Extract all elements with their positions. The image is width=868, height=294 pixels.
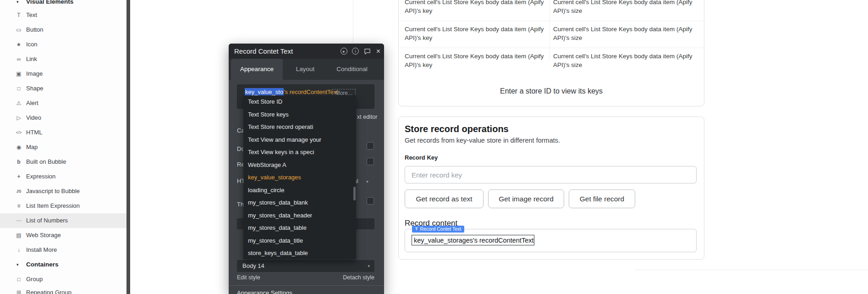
record-key-input[interactable] (405, 166, 697, 183)
card-subtitle[interactable]: Get records from key-value store in diff… (405, 137, 560, 144)
info-icon[interactable]: i (352, 47, 359, 55)
card-title[interactable]: Store record operations (405, 124, 509, 134)
autocomplete-item[interactable]: my_stores_data_header (243, 209, 356, 222)
get-file-record-button[interactable]: Get file record (569, 189, 635, 208)
sidebar-item-map[interactable]: ◉ Map (0, 140, 126, 155)
sidebar-item-built-on-bubble[interactable]: b Built on Bubble (0, 155, 126, 169)
selected-text-content: key_value_storages's recordContentText (414, 237, 534, 244)
edit-style-link[interactable]: Edit style (237, 274, 260, 281)
sidebar-scrollbar[interactable] (126, 0, 130, 294)
map-icon: ◉ (14, 140, 24, 155)
page-boundary-horizontal (635, 270, 868, 270)
element-palette-sidebar: ▾ Visual Elements T Text ▭ Button ★ Icon… (0, 0, 130, 294)
autocomplete-item[interactable]: Text Store ID (243, 95, 356, 108)
autocomplete-item-highlighted[interactable]: key_value_storages (243, 171, 356, 184)
grid-cell-key[interactable]: Current cell's List Store Keys body data… (405, 25, 549, 42)
autocomplete-item[interactable]: store_keys_data_table (243, 247, 356, 259)
bubble-editor: Current cell's List Store Keys body data… (0, 0, 868, 294)
repeating-group-icon: ⊞ (14, 285, 24, 294)
sidebar-item-button[interactable]: ▭ Button (0, 22, 126, 37)
list-item-expression-icon: ≡ (14, 199, 24, 213)
sidebar-item-icon[interactable]: ★ Icon (0, 37, 126, 52)
empty-state-message[interactable]: Enter a store ID to view its keys (398, 87, 704, 95)
sidebar-item-repeating-group[interactable]: ⊞ Repeating Group (0, 285, 126, 294)
property-checkbox[interactable] (367, 142, 374, 150)
property-editor-header[interactable]: Record Contet Text ▸ i × (229, 44, 384, 59)
video-icon: ▷ (14, 111, 24, 125)
sidebar-item-install-more[interactable]: ↓ Install More (0, 243, 126, 257)
style-select[interactable]: Body 14 ▾ (237, 260, 374, 272)
selected-element-tag[interactable]: T Record Contet Text (412, 226, 464, 233)
sidebar-item-list-item-expression[interactable]: ≡ List Item Expression (0, 199, 126, 213)
shape-icon: □ (14, 81, 24, 96)
grid-cell-key[interactable]: Current cell's List Store Keys body data… (405, 52, 549, 69)
sidebar-item-web-storage[interactable]: ▤ Web Storage (0, 228, 126, 243)
expression-selected-token: key_value_sto (245, 88, 284, 96)
property-editor-title: Record Contet Text (234, 44, 293, 59)
sidebar-item-html[interactable]: </> HTML (0, 125, 126, 140)
sidebar-item-group[interactable]: □ Group (0, 272, 126, 287)
chevron-down-icon: ▾ (366, 179, 368, 184)
grid-row-divider (399, 48, 703, 48)
section-containers[interactable]: ▾ Containers (0, 257, 126, 272)
autocomplete-item[interactable]: WebStorage A (243, 159, 356, 172)
record-key-label: Record Key (405, 154, 438, 161)
page-boundary-vertical (353, 0, 353, 44)
built-on-bubble-icon: b (14, 155, 24, 169)
property-checkbox[interactable] (367, 158, 374, 165)
expression-icon: + (14, 169, 24, 184)
selected-text-element[interactable]: key_value_storages's recordContentText (412, 235, 534, 245)
html-icon: </> (14, 125, 24, 140)
expression-text: key_value_sto's recordContentText (245, 89, 338, 95)
autocomplete-item[interactable]: Text View and manage your (243, 133, 356, 146)
sidebar-item-alert[interactable]: ⚠ Alert (0, 96, 126, 111)
chevron-down-icon: ▾ (368, 260, 370, 272)
link-icon: ∞ (14, 52, 24, 67)
property-editor-tabbar: Appearance Layout Conditional (229, 59, 384, 80)
autocomplete-item[interactable]: my_stores_data_table (243, 222, 356, 234)
sidebar-item-text[interactable]: T Text (0, 8, 126, 22)
tab-layout[interactable]: Layout (291, 59, 319, 80)
divider (229, 285, 384, 286)
expression-dynamic-token: 's recordContentText (284, 89, 338, 95)
property-checkbox[interactable] (367, 197, 374, 205)
advanced-text-editor-link[interactable]: xt editor (357, 114, 377, 120)
preview-play-icon[interactable]: ▸ (340, 47, 348, 55)
autocomplete-item[interactable]: my_stores_data_title (243, 234, 356, 247)
sidebar-item-expression[interactable]: + Expression (0, 169, 126, 184)
autocomplete-item[interactable]: loading_circle (243, 184, 356, 197)
grid-cell-size[interactable]: Current cell's List Store Keys body data… (553, 52, 698, 69)
autocomplete-item[interactable]: Text Store keys (243, 108, 356, 121)
sidebar-item-shape[interactable]: □ Shape (0, 81, 126, 96)
button-icon: ▭ (14, 22, 24, 37)
autocomplete-item[interactable]: Text View keys in a speci (243, 146, 356, 159)
get-record-as-text-button[interactable]: Get record as text (405, 189, 483, 208)
comment-icon[interactable] (363, 47, 371, 55)
detach-style-link[interactable]: Detach style (343, 274, 374, 281)
tab-conditional[interactable]: Conditional (335, 59, 369, 80)
sidebar-item-javascript-to-bubble[interactable]: JS Javascript to Bubble (0, 184, 126, 199)
web-storage-icon: ▤ (14, 228, 24, 243)
list-of-numbers-icon: ⋯ (14, 213, 24, 228)
grid-cell-key[interactable]: Current cell's List Store Keys body data… (405, 0, 549, 15)
group-icon: □ (14, 272, 24, 287)
sidebar-item-image[interactable]: ▣ Image (0, 67, 126, 81)
appearance-settings-header[interactable]: Appearance Settings (237, 289, 292, 294)
selected-element-tag-label: Record Contet Text (420, 226, 461, 233)
grid-cell-size[interactable]: Current cell's List Store Keys body data… (553, 25, 698, 42)
get-image-record-button[interactable]: Get image record (488, 189, 564, 208)
close-icon[interactable]: × (374, 47, 382, 55)
sidebar-item-list-of-numbers[interactable]: ⋯ List of Numbers (0, 213, 126, 228)
autocomplete-item[interactable]: my_stores_data_blank (243, 196, 356, 209)
dropdown-scrollbar[interactable] (353, 187, 356, 200)
tab-appearance[interactable]: Appearance (231, 59, 283, 80)
grid-column-divider (549, 0, 550, 60)
autocomplete-item[interactable]: Text Store record operati (243, 121, 356, 133)
sidebar-item-link[interactable]: ∞ Link (0, 52, 126, 67)
expression-autocomplete-dropdown: Text Store ID Text Store keys Text Store… (243, 95, 356, 259)
grid-row-divider (399, 21, 703, 21)
chevron-down-icon: ▾ (16, 257, 19, 272)
javascript-to-bubble-icon: JS (14, 184, 24, 199)
grid-cell-size[interactable]: Current cell's List Store Keys body data… (553, 0, 698, 15)
sidebar-item-video[interactable]: ▷ Video (0, 111, 126, 125)
